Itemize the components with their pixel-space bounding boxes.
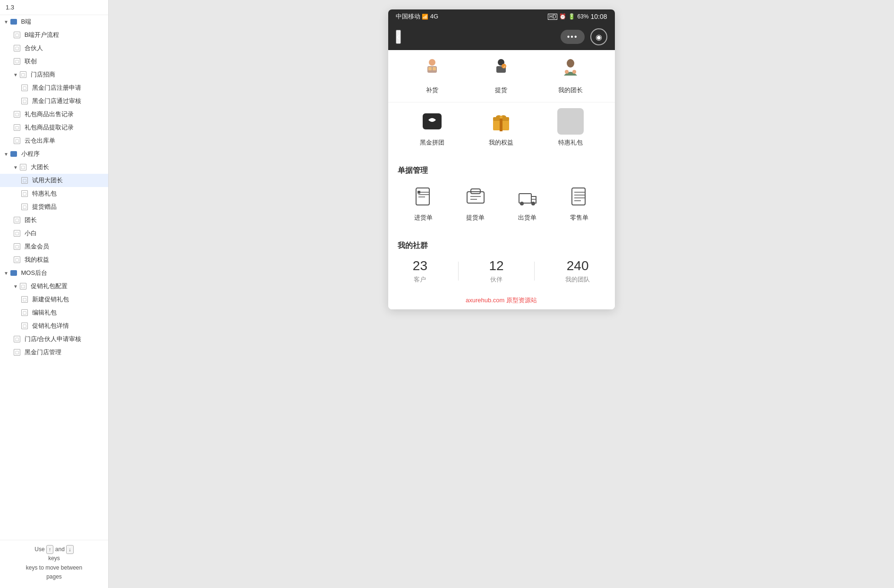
sidebar-item-gift-sale-record[interactable]: □ 礼包商品出售记录 (0, 108, 108, 121)
sidebar-item-joint-creation[interactable]: □ 联创 (0, 55, 108, 68)
hd-icon: HD (548, 14, 557, 20)
footer-text-and: and (55, 546, 65, 553)
my-leader-label: 我的团长 (558, 86, 583, 94)
sidebar-item-new-promo-gift[interactable]: □ 新建促销礼包 (0, 293, 108, 306)
sidebar: 1.3 ▼ B端 □ B端开户流程 □ 合伙人 □ 联创 ▼ □ 门店招商 (0, 0, 109, 588)
sidebar-item-pickup-gift[interactable]: □ 提货赠品 (0, 200, 108, 213)
camera-button[interactable]: ◉ (590, 28, 607, 45)
svg-point-9 (565, 70, 569, 74)
carrier: 中国移动 (396, 13, 420, 20)
sidebar-item-b-open-flow[interactable]: □ B端开户流程 (0, 28, 108, 42)
sidebar-item-partner[interactable]: □ 合伙人 (0, 42, 108, 55)
page-icon: □ (13, 31, 21, 39)
sidebar-item-big-leader[interactable]: ▼ □ 大团长 (0, 161, 108, 174)
pickup-item[interactable]: ✓ 提货 (482, 56, 520, 94)
top-icon-row: 补货 ✓ 提货 (388, 50, 615, 102)
sidebar-item-promo-gift-config[interactable]: ▼ □ 促销礼包配置 (0, 280, 108, 293)
outgoing-order-item[interactable]: 出货单 (509, 183, 546, 222)
customers-number: 23 (413, 258, 427, 273)
special-gift-placeholder-icon (557, 108, 584, 135)
sidebar-item-b-section[interactable]: ▼ B端 (0, 15, 108, 28)
my-leader-item[interactable]: 我的团长 (552, 56, 589, 94)
main-content: 中国移动 📶 4G HD ⏰ 🔋 63% 10:08 ‹ ••• ◉ (109, 0, 894, 588)
expand-arrow: ▼ (4, 19, 9, 25)
purchase-order-label: 进货单 (414, 213, 433, 222)
page-icon: □ (13, 44, 21, 52)
sidebar-item-black-store-approved[interactable]: □ 黑金门店通过审核 (0, 94, 108, 108)
expand-arrow: ▼ (13, 165, 18, 170)
my-leader-icon (557, 56, 584, 82)
sidebar-item-mos-backend[interactable]: ▼ MOS后台 (0, 266, 108, 280)
expand-arrow: ▼ (13, 72, 18, 77)
page-icon: □ (21, 203, 28, 211)
page-icon: □ (13, 349, 21, 356)
stat-divider-1 (458, 262, 459, 281)
svg-rect-2 (428, 67, 432, 70)
sidebar-item-xiao-bai[interactable]: □ 小白 (0, 227, 108, 240)
footer-text-pages: pages (46, 573, 62, 580)
my-team-stat: 240 我的团队 (565, 258, 590, 284)
status-bar: 中国移动 📶 4G HD ⏰ 🔋 63% 10:08 (388, 9, 615, 24)
stat-divider-2 (534, 262, 535, 281)
sidebar-item-black-store-manage[interactable]: □ 黑金门店管理 (0, 346, 108, 359)
pickup-order-icon (462, 183, 489, 210)
more-options-button[interactable]: ••• (561, 30, 585, 44)
pickup-order-item[interactable]: 提货单 (457, 183, 494, 222)
sidebar-item-black-store-register[interactable]: □ 黑金门店注册申请 (0, 81, 108, 94)
sidebar-item-trial-leader[interactable]: □ 试用大团长 (0, 174, 108, 187)
sidebar-footer: Use ↑ and ↓ keys keys to move between pa… (0, 540, 108, 588)
signal-icon: 📶 (422, 14, 428, 19)
page-icon: □ (13, 243, 21, 250)
carrier-signal: 中国移动 📶 4G (396, 12, 439, 21)
key-up[interactable]: ↑ (46, 545, 54, 554)
page-icon: □ (19, 71, 27, 78)
customers-stat: 23 客户 (413, 258, 427, 284)
sidebar-item-edit-gift[interactable]: □ 编辑礼包 (0, 306, 108, 319)
special-gift-item[interactable]: 特惠礼包 (552, 108, 589, 147)
black-group-item[interactable]: 黑金拼团 (413, 108, 451, 147)
sidebar-item-store-partner-review[interactable]: □ 门店/合伙人申请审核 (0, 332, 108, 346)
svg-rect-31 (572, 188, 585, 205)
key-down[interactable]: ↓ (66, 545, 74, 554)
middle-icon-row: 黑金拼团 我的权益 (388, 102, 615, 154)
my-rights-item[interactable]: 我的权益 (482, 108, 520, 147)
retail-order-icon (566, 183, 593, 210)
svg-point-17 (500, 116, 502, 119)
sidebar-item-black-member[interactable]: □ 黑金会员 (0, 240, 108, 253)
svg-text:✓: ✓ (503, 65, 506, 69)
svg-rect-3 (433, 67, 436, 70)
replenish-item[interactable]: 补货 (413, 56, 451, 94)
my-team-label: 我的团队 (565, 275, 590, 284)
sidebar-item-special-gift[interactable]: □ 特惠礼包 (0, 187, 108, 200)
partners-stat: 12 伙伴 (489, 258, 503, 284)
page-icon: □ (21, 296, 28, 303)
page-icon: □ (21, 177, 28, 184)
sidebar-item-cloud-warehouse[interactable]: □ 云仓出库单 (0, 134, 108, 147)
order-icon-row: 进货单 提货单 (398, 183, 605, 222)
sidebar-item-store-recruit[interactable]: ▼ □ 门店招商 (0, 68, 108, 81)
expand-arrow: ▼ (4, 271, 9, 276)
pickup-order-label: 提货单 (466, 213, 485, 222)
page-icon: □ (13, 216, 21, 224)
footer-text-keys: keys (48, 555, 60, 562)
sidebar-item-promo-gift-detail[interactable]: □ 促销礼包详情 (0, 319, 108, 332)
purchase-order-item[interactable]: 进货单 (405, 183, 443, 222)
sidebar-item-mini-program[interactable]: ▼ 小程序 (0, 147, 108, 161)
sidebar-scroll: ▼ B端 □ B端开户流程 □ 合伙人 □ 联创 ▼ □ 门店招商 □ 黑金门店… (0, 15, 108, 540)
my-rights-icon (488, 108, 514, 135)
battery-percent: 63% (577, 13, 588, 20)
order-section-title: 单据管理 (398, 166, 605, 176)
camera-icon: ◉ (596, 33, 602, 42)
sidebar-item-leader[interactable]: □ 团长 (0, 213, 108, 227)
retail-order-item[interactable]: 零售单 (561, 183, 598, 222)
sidebar-item-my-rights[interactable]: □ 我的权益 (0, 253, 108, 266)
page-icon: □ (21, 97, 28, 105)
sidebar-item-gift-pickup-record[interactable]: □ 礼包商品提取记录 (0, 121, 108, 134)
my-team-number: 240 (567, 258, 589, 273)
watermark-text: axurehub.com 原型资源站 (466, 297, 537, 304)
pickup-icon: ✓ (488, 56, 514, 82)
watermark: axurehub.com 原型资源站 (388, 291, 615, 309)
back-button[interactable]: ‹ (396, 30, 401, 44)
page-icon: □ (21, 322, 28, 330)
outgoing-order-icon (514, 183, 541, 210)
